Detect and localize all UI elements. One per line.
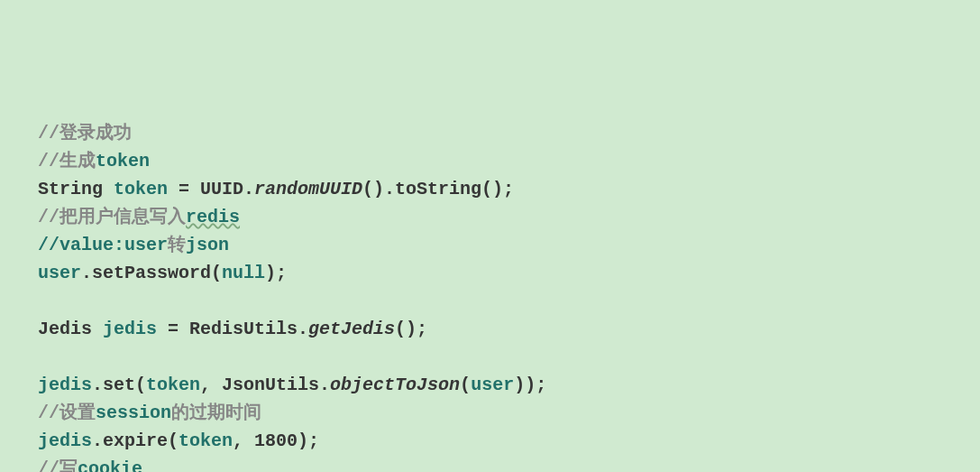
comment-keyword: json <box>186 235 229 255</box>
code: ); <box>265 263 287 283</box>
code-line: String token = UUID.randomUUID().toStrin… <box>38 179 514 199</box>
code: , <box>233 430 254 451</box>
method: objectToJson <box>330 375 460 395</box>
blank-line <box>38 347 49 367</box>
variable: user <box>38 263 81 283</box>
comment-keyword: cookie <box>78 458 142 472</box>
comment-text: 写 <box>60 458 78 472</box>
comment-slash: // <box>38 403 60 423</box>
comment-text: 设置 <box>60 403 96 423</box>
comment-keyword: redis <box>186 207 240 227</box>
code-line: Jedis jedis = RedisUtils.getJedis(); <box>38 319 427 339</box>
keyword: null <box>222 263 265 283</box>
code: ().toString(); <box>362 179 514 199</box>
code-line: user.setPassword(null); <box>38 263 287 283</box>
comment-slash: // <box>38 207 60 227</box>
variable: user <box>471 375 514 395</box>
comment-keyword: token <box>96 151 150 171</box>
code: )); <box>514 375 546 395</box>
comment-text: 把用户信息写入 <box>60 207 186 227</box>
code: .expire( <box>92 430 179 451</box>
comment-keyword: session <box>96 403 171 423</box>
comment-text: 登录成功 <box>60 123 132 143</box>
code: .setPassword( <box>81 263 222 283</box>
code: = UUID. <box>179 179 254 199</box>
comment-text: 的过期时间 <box>171 403 261 423</box>
variable: jedis <box>38 375 92 395</box>
variable: jedis <box>103 319 168 339</box>
variable: token <box>179 430 233 451</box>
code: (); <box>395 319 427 339</box>
code: , JsonUtils. <box>200 375 330 395</box>
code-line: //设置session的过期时间 <box>38 403 261 423</box>
type: String <box>38 179 114 199</box>
variable: token <box>114 179 179 199</box>
method: randomUUID <box>254 179 362 199</box>
code-line: jedis.expire(token, 1800); <box>38 430 319 451</box>
code-line: //生成token <box>38 151 150 171</box>
code-block: //登录成功 //生成token String token = UUID.ran… <box>38 119 980 472</box>
code-line: //写cookie <box>38 458 142 472</box>
code: .set( <box>92 375 146 395</box>
code-line: jedis.set(token, JsonUtils.objectToJson(… <box>38 375 546 395</box>
variable: token <box>146 375 200 395</box>
code: ( <box>460 375 471 395</box>
method: getJedis <box>308 319 395 339</box>
comment-slash: // <box>38 458 60 472</box>
code-line: //把用户信息写入redis <box>38 207 240 227</box>
code: ); <box>298 430 319 451</box>
comment-slash: // <box>38 123 60 143</box>
code-line: //value:user转json <box>38 235 229 255</box>
blank-line <box>38 291 49 311</box>
code-line: //登录成功 <box>38 123 132 143</box>
comment-keyword: //value:user <box>38 235 168 255</box>
type: Jedis <box>38 319 103 339</box>
comment-text: 转 <box>168 235 186 255</box>
comment-slash: // <box>38 151 60 171</box>
variable: jedis <box>38 430 92 451</box>
number: 1800 <box>254 430 298 451</box>
comment-text: 生成 <box>60 151 96 171</box>
code: = RedisUtils. <box>168 319 308 339</box>
